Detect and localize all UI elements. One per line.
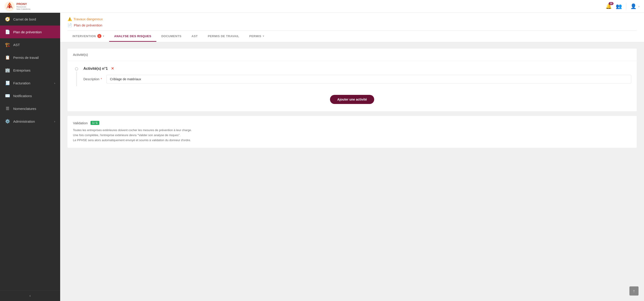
sidebar-label-nomenclatures: Nomenclatures (13, 107, 55, 111)
tab-intervention-arrow: ▾ (103, 35, 104, 38)
tab-permis[interactable]: PERMIS ▾ (244, 31, 269, 42)
description-label: Description * (84, 77, 102, 81)
tab-permis-arrow: ▾ (263, 35, 264, 38)
content-area: Activité(s) Activité(s) n°1 ✕ (60, 42, 644, 154)
sidebar-item-permis-travail[interactable]: 📋 Permis de travail (0, 51, 60, 64)
sidebar-collapse-button[interactable]: ‹ (0, 290, 60, 301)
add-activity-row: Ajouter une activité (73, 91, 631, 106)
sidebar-item-administration[interactable]: ⚙️ Administration › (0, 115, 60, 128)
page-header: ⚠️ Travaux dangereux 📄 Plan de préventio… (60, 13, 644, 42)
validation-line-3: Le PPHSE sera alors automatiquement envo… (73, 138, 631, 143)
user-menu-button[interactable]: 👤 › (630, 4, 640, 9)
sidebar-label-notifications: Notifications (13, 94, 55, 98)
sidebar-item-plan[interactable]: 📄 Plan de prévention (0, 26, 60, 38)
validation-line-1: Toutes les entreprises extérieures doive… (73, 128, 631, 133)
notifications-sidebar-icon: ✉️ (5, 93, 10, 98)
tab-permis-travail-label: PERMIS DE TRAVAIL (208, 35, 239, 38)
tab-ast-label: AST (192, 35, 198, 38)
entreprises-icon: 🏢 (5, 68, 10, 73)
activity-title-1: Activité(s) n°1 (84, 67, 108, 71)
activity-timeline-1 (73, 66, 80, 86)
notification-badge: 59 (609, 2, 614, 5)
tab-ast[interactable]: AST (186, 31, 203, 42)
sidebar-label-carnet: Carnet de bord (13, 17, 55, 21)
administration-expand-icon: › (54, 120, 55, 123)
tab-permis-travail[interactable]: PERMIS DE TRAVAIL (203, 31, 244, 42)
collapse-icon: ‹ (30, 294, 30, 298)
ast-icon: 🏗️ (5, 42, 10, 47)
sidebar-item-ast[interactable]: 🏗️ AST (0, 38, 60, 51)
plan-icon: 📄 (5, 30, 10, 35)
users-icon: 👥 (616, 4, 622, 9)
breadcrumb-plan-text: Plan de prévention (74, 23, 102, 27)
sidebar-label-administration: Administration (13, 120, 51, 123)
sidebar-item-nomenclatures[interactable]: ☰ Nomenclatures (0, 102, 60, 115)
tabs-row: INTERVENTION 1 ▾ ANALYSE DES RISQUES DOC… (68, 31, 637, 42)
tab-documents[interactable]: DOCUMENTS (156, 31, 186, 42)
sidebar-item-facturation[interactable]: 🧾 Facturation › (0, 77, 60, 89)
activities-card: Activité(s) Activité(s) n°1 ✕ (68, 49, 637, 111)
activity-content-1: Activité(s) n°1 ✕ Description * (84, 66, 631, 86)
header-divider (626, 3, 626, 10)
tab-intervention-label: INTERVENTION (72, 35, 96, 38)
tab-intervention[interactable]: INTERVENTION 1 ▾ (68, 31, 109, 42)
sidebar: 🧭 Carnet de bord 📄 Plan de prévention 🏗️… (0, 13, 60, 301)
logo-icon (4, 1, 14, 12)
sidebar-label-permis-travail: Permis de travail (13, 56, 55, 60)
activity-title-row-1: Activité(s) n°1 ✕ (84, 66, 631, 71)
logo-area: PRONY Resources New Caledonia (4, 1, 30, 12)
user-icon: 👤 (630, 4, 636, 9)
description-input[interactable] (106, 75, 631, 84)
activities-section-body: Activité(s) n°1 ✕ Description * (68, 61, 637, 111)
nomenclatures-icon: ☰ (5, 106, 10, 111)
users-button[interactable]: 👥 (616, 4, 622, 9)
activity-fields-1: Description * (84, 75, 631, 84)
timeline-dot-1 (75, 67, 78, 71)
sidebar-item-notifications[interactable]: ✉️ Notifications (0, 89, 60, 102)
sidebar-label-facturation: Facturation (13, 81, 51, 85)
carnet-icon: 🧭 (5, 17, 10, 22)
app-body: 🧭 Carnet de bord 📄 Plan de prévention 🏗️… (0, 13, 644, 301)
activity-item-1: Activité(s) n°1 ✕ Description * (73, 66, 631, 86)
required-marker: * (101, 77, 102, 81)
add-activity-button[interactable]: Ajouter une activité (330, 95, 374, 104)
sidebar-label-entreprises: Entreprises (13, 68, 55, 72)
validation-text: Toutes les entreprises extérieures doive… (73, 128, 631, 143)
sidebar-item-entreprises[interactable]: 🏢 Entreprises (0, 64, 60, 77)
activities-section-header: Activité(s) (68, 49, 637, 61)
main-content: ⚠️ Travaux dangereux 📄 Plan de préventio… (60, 13, 644, 301)
breadcrumb-warning: ⚠️ Travaux dangereux (68, 17, 103, 21)
header-right: 🔔 59 👥 👤 › (606, 3, 640, 10)
tab-documents-label: DOCUMENTS (161, 35, 182, 38)
sidebar-label-plan: Plan de prévention (13, 30, 55, 34)
facturation-expand-icon: › (54, 81, 55, 85)
user-chevron-icon: › (638, 5, 640, 8)
breadcrumb-warning-text: Travaux dangereux (74, 17, 103, 21)
tab-analyse-label: ANALYSE DES RISQUES (114, 35, 151, 38)
plan-breadcrumb-icon: 📄 (68, 23, 72, 27)
tab-analyse[interactable]: ANALYSE DES RISQUES (109, 31, 156, 42)
scroll-top-button[interactable]: ↑ (630, 286, 638, 295)
sidebar-nav: 🧭 Carnet de bord 📄 Plan de prévention 🏗️… (0, 13, 60, 290)
logo-region: New Caledonia (16, 8, 30, 10)
validation-badge: 1 / 1 (90, 121, 99, 125)
administration-icon: ⚙️ (5, 119, 10, 124)
facturation-icon: 🧾 (5, 81, 10, 86)
logo-text-block: PRONY Resources New Caledonia (16, 2, 30, 11)
permis-travail-icon: 📋 (5, 55, 10, 60)
activity-remove-button-1[interactable]: ✕ (111, 66, 114, 71)
timeline-line-1 (76, 71, 77, 86)
validation-line-2: Une fois complétée, l'entreprise extérie… (73, 133, 631, 138)
top-header: PRONY Resources New Caledonia 🔔 59 👥 👤 › (0, 0, 644, 13)
logo-name: PRONY (16, 2, 30, 6)
tab-intervention-badge: 1 (97, 34, 102, 38)
validation-title: Validation (73, 121, 88, 125)
sidebar-label-ast: AST (13, 43, 55, 47)
tab-permis-label: PERMIS (249, 35, 262, 38)
notifications-button[interactable]: 🔔 59 (606, 4, 612, 9)
logo-sub: Resources (16, 6, 30, 8)
sidebar-item-carnet[interactable]: 🧭 Carnet de bord (0, 13, 60, 26)
validation-section: Validation 1 / 1 Toutes les entreprises … (68, 116, 637, 148)
activities-title: Activité(s) (73, 53, 88, 57)
breadcrumb-plan: 📄 Plan de prévention (68, 23, 637, 27)
